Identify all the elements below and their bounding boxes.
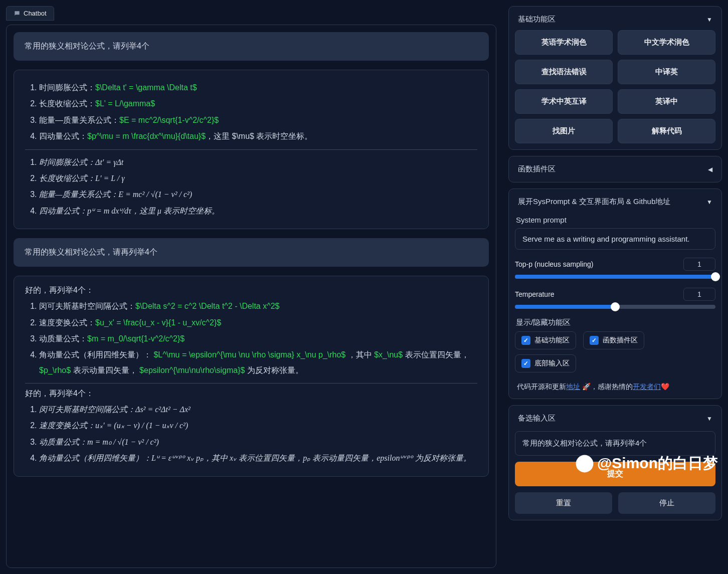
action-button-0[interactable]: 英语学术润色 <box>515 30 613 55</box>
assistant-message-1: 时间膨胀公式：$\Delta t' = \gamma \Delta t$ 长度收… <box>14 70 489 229</box>
github-link[interactable]: 地址 <box>566 382 580 391</box>
system-prompt-input[interactable]: Serve me as a writing and programming as… <box>515 228 715 250</box>
check-icon: ✓ <box>521 359 530 368</box>
action-button-1[interactable]: 中文学术润色 <box>618 30 715 55</box>
top-p-slider[interactable] <box>515 275 715 279</box>
toggle-basic[interactable]: ✓基础功能区 <box>515 331 576 349</box>
submit-button[interactable]: 提交 <box>515 462 715 486</box>
alt-input-field[interactable]: 常用的狭义相对论公式，请再列举4个 <box>515 431 715 456</box>
action-button-3[interactable]: 中译英 <box>618 60 715 84</box>
action-button-4[interactable]: 学术中英互译 <box>515 89 613 114</box>
panel-alt-input: 备选输入区 ▼ 常用的狭义相对论公式，请再列举4个 提交 重置 停止 <box>508 405 722 520</box>
tab-label: Chatbot <box>24 10 47 17</box>
top-p-label: Top-p (nucleus sampling) <box>515 260 593 268</box>
temperature-label: Temperature <box>515 290 555 298</box>
temperature-slider[interactable] <box>515 305 715 309</box>
action-button-6[interactable]: 找图片 <box>515 119 613 143</box>
tab-bar: Chatbot <box>6 6 496 21</box>
user-message-2: 常用的狭义相对论公式，请再列举4个 <box>14 238 489 267</box>
check-icon: ✓ <box>590 336 599 345</box>
chat-area: 常用的狭义相对论公式，请列举4个 时间膨胀公式：$\Delta t' = \ga… <box>6 25 496 568</box>
panel-basic-title: 基础功能区 <box>518 15 556 24</box>
panel-basic: 基础功能区 ▼ 英语学术润色 中文学术润色 查找语法错误 中译英 学术中英互译 … <box>508 6 722 150</box>
panel-sysprompt-title: 展开SysPrompt & 交互界面布局 & Github地址 <box>518 197 670 207</box>
tab-chatbot[interactable]: Chatbot <box>6 6 54 21</box>
top-p-value[interactable]: 1 <box>683 258 715 271</box>
panel-sysprompt: 展开SysPrompt & 交互界面布局 & Github地址 ▼ System… <box>508 188 722 399</box>
developers-link[interactable]: 开发者们 <box>633 382 661 391</box>
user-message-1: 常用的狭义相对论公式，请列举4个 <box>14 32 489 61</box>
action-button-2[interactable]: 查找语法错误 <box>515 60 613 84</box>
assistant-message-2: 好的，再列举4个： 闵可夫斯基时空间隔公式：$\Delta s^2 = c^2 … <box>14 276 489 477</box>
panel-alt-input-title: 备选输入区 <box>518 414 556 423</box>
panel-plugin-title: 函数插件区 <box>518 164 556 174</box>
system-prompt-label: System prompt <box>516 216 714 224</box>
footer-note: 代码开源和更新地址 🚀，感谢热情的开发者们❤️ <box>515 381 715 393</box>
check-icon: ✓ <box>521 336 530 345</box>
toggle-plugin[interactable]: ✓函数插件区 <box>583 331 644 349</box>
stop-button[interactable]: 停止 <box>618 492 715 514</box>
chevron-down-icon[interactable]: ▼ <box>706 415 712 422</box>
chevron-down-icon[interactable]: ▼ <box>706 16 712 23</box>
action-button-7[interactable]: 解释代码 <box>618 119 715 143</box>
chat-icon <box>14 10 21 17</box>
action-button-5[interactable]: 英译中 <box>618 89 715 114</box>
toggle-section-label: 显示/隐藏功能区 <box>516 318 714 327</box>
reset-button[interactable]: 重置 <box>515 492 612 514</box>
toggle-bottom-input[interactable]: ✓底部输入区 <box>515 354 576 372</box>
chevron-down-icon[interactable]: ▼ <box>706 199 712 206</box>
chevron-left-icon[interactable]: ◀ <box>708 166 712 173</box>
temperature-value[interactable]: 1 <box>683 288 715 301</box>
panel-plugin[interactable]: 函数插件区 ◀ <box>508 156 722 182</box>
